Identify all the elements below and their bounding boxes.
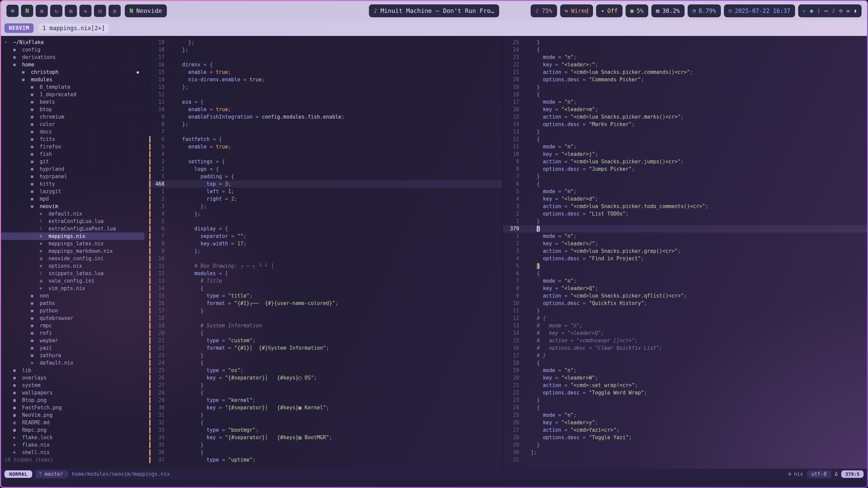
command-line[interactable] — [1, 480, 867, 487]
code-line[interactable]: 7 — [148, 128, 502, 136]
code-line[interactable]: 21 action = "<cmd>lua Snacks.picker.comm… — [503, 68, 867, 76]
workspace-ws3[interactable]: ◉ — [36, 5, 48, 17]
bluetooth-tray-icon[interactable]: ᛒ — [817, 7, 821, 14]
music-player-widget[interactable]: ♪ Minuit Machine – Don't Run Fro… — [369, 4, 499, 17]
code-line[interactable]: 13 # Title — [148, 277, 502, 285]
tree-item[interactable]: ■nnn — [1, 292, 144, 300]
code-line[interactable]: 16 key = "<leader>m"; — [503, 106, 867, 113]
code-line[interactable]: 4 options.desc = "Find in Project"; — [503, 255, 867, 262]
cpu-module[interactable]: ▣5% — [626, 4, 648, 17]
code-line[interactable]: 17 } — [148, 307, 502, 314]
tree-item[interactable]: ■beets — [1, 98, 144, 106]
code-line[interactable]: 23 } — [148, 352, 502, 359]
code-line[interactable]: 24 { — [148, 359, 502, 367]
code-line[interactable]: 12 { — [503, 136, 867, 143]
tree-item[interactable]: ■home — [1, 61, 144, 68]
workspace-ws6[interactable]: ◈ — [79, 5, 92, 17]
code-line[interactable]: 30 ]; — [503, 449, 867, 456]
tree-item[interactable]: ⚙vale_config.ini — [1, 277, 144, 285]
clock-module[interactable]: ◷2025-07-22 16:37 — [724, 4, 795, 17]
tree-item[interactable]: ■derivations — [1, 54, 144, 61]
code-line[interactable]: 19 mode = "n"; — [503, 367, 867, 374]
code-line[interactable]: 15 type = "title"; — [148, 292, 502, 300]
code-line[interactable]: 1 } — [503, 218, 867, 225]
code-line[interactable]: 4 — [148, 150, 502, 158]
code-line[interactable]: 9 action = "<cmd>lua Snacks.pic​ker.qfli… — [503, 292, 867, 300]
code-line[interactable]: 2 right = 2; — [148, 195, 502, 203]
code-line[interactable]: 1 mode = "n"; — [503, 232, 867, 240]
tree-item[interactable]: ■chromium — [1, 113, 144, 121]
app-title-chip[interactable]: N Neovide — [125, 4, 167, 17]
tree-item[interactable]: ❄vim_opts.nix — [1, 285, 144, 292]
code-line[interactable]: 7 mode = "n"; — [503, 277, 867, 285]
code-line[interactable]: 6 { — [503, 180, 867, 188]
code-line[interactable]: 23 mode = "n"; — [503, 54, 867, 61]
code-line[interactable]: 17 — [148, 54, 502, 61]
tree-item[interactable]: ☾extraConfigLuaPost.lua — [1, 225, 144, 232]
code-line[interactable]: 16 format = "{#1}┌── {#}{user-name-color… — [148, 300, 502, 307]
code-line[interactable]: 18 { — [503, 359, 867, 367]
memory-module[interactable]: ▤30.2% — [651, 4, 685, 17]
tree-item[interactable]: ❄shell.nix — [1, 449, 144, 456]
code-line[interactable]: 34 key = "{#separator}│ {#keys}▥ BootMGR… — [148, 434, 502, 441]
tree-item[interactable]: ■fish — [1, 150, 144, 158]
tree-item[interactable]: ■python — [1, 307, 144, 314]
code-line[interactable]: 4 key = "<leader>d"; — [503, 195, 867, 203]
code-line[interactable]: 28 options.desc = "Toggle Yazi"; — [503, 434, 867, 441]
code-line[interactable]: 11 } — [503, 307, 867, 314]
code-line[interactable]: 468 top = 3; — [148, 180, 502, 188]
code-line[interactable]: 8 key.width = 17; — [148, 240, 502, 247]
tree-item[interactable]: ■waybar — [1, 337, 144, 344]
code-line[interactable]: 24 { — [503, 46, 867, 54]
bell-tray-icon[interactable]: ◗ — [854, 7, 857, 14]
code-line[interactable]: 29 } — [503, 441, 867, 449]
code-line[interactable]: 27 action = "<cmd>Yazi<cr>"; — [503, 426, 867, 434]
code-line[interactable]: 19 # System Information — [148, 322, 502, 329]
code-line[interactable]: 33 type = "bootmgr"; — [148, 426, 502, 434]
code-line[interactable]: 10 options.desc = "Quickfix History"; — [503, 300, 867, 307]
code-line[interactable]: 3 action = "<cmd>lua Snacks.picker.todo_… — [503, 203, 867, 210]
code-line[interactable]: 5 mode = "n"; — [503, 188, 867, 195]
tree-item[interactable]: ■mpd — [1, 195, 144, 203]
code-line[interactable]: 26 key = "<leader>y"; — [503, 419, 867, 426]
tree-item[interactable]: ■rofi — [1, 329, 144, 337]
tree-item[interactable]: ■system — [1, 382, 144, 389]
tree-item[interactable]: ▦Btop.png — [1, 396, 144, 404]
code-line[interactable]: 1 padding = { — [148, 173, 502, 180]
tree-item[interactable]: ■0_template — [1, 83, 144, 91]
display-tray-icon[interactable]: ▭ — [825, 7, 828, 14]
tree-item[interactable]: ❄flake.nix — [1, 441, 144, 449]
git-branch[interactable]: ᛘ master — [36, 470, 68, 478]
code-line[interactable]: 22 format = "{#1}│ {#}System Information… — [148, 344, 502, 352]
code-line[interactable]: 1 left = 1; — [148, 188, 502, 195]
code-line[interactable]: 14 options.desc = "Marks Picker"; — [503, 121, 867, 128]
workspace-neovide[interactable]: N — [21, 5, 33, 17]
code-line[interactable]: 32 { — [148, 419, 502, 426]
disk-module[interactable]: ◔8.79% — [688, 4, 721, 17]
code-line[interactable]: 19 } — [503, 83, 867, 91]
code-line[interactable]: 17 # } — [503, 352, 867, 359]
tree-item[interactable]: ❄default.nix — [1, 359, 144, 367]
code-line[interactable]: 14 nix-direnv.enable = true; — [148, 76, 502, 83]
code-line[interactable]: 13 }; — [148, 83, 502, 91]
code-line[interactable]: 18 — [148, 314, 502, 322]
settings-tray-icon[interactable]: ⚙ — [839, 7, 843, 14]
tree-item[interactable]: ■rmpc — [1, 322, 144, 329]
code-line[interactable]: 25 } — [503, 39, 867, 46]
code-line[interactable]: 6 { — [503, 270, 867, 277]
code-line[interactable]: 8 key = "<leader>Q"; — [503, 285, 867, 292]
mail-tray-icon[interactable]: ✉ — [847, 7, 850, 14]
code-line[interactable]: 19 }; — [148, 39, 502, 46]
tree-item[interactable]: ▾~/NixFlake — [1, 39, 144, 46]
code-line[interactable]: 31 — [503, 456, 867, 464]
tree-item[interactable]: ■modules — [1, 76, 144, 83]
code-line[interactable]: 9 enableFishIntegration = config.modules… — [148, 113, 502, 121]
code-line[interactable]: 7 } — [503, 173, 867, 180]
code-line[interactable]: 10 — [148, 255, 502, 262]
code-line[interactable]: 379 { — [503, 225, 867, 232]
workspace-ws8[interactable]: ◍ — [108, 5, 121, 17]
editor-pane-left[interactable]: 19 };18 };1716 direnv = {15 enable = tru… — [148, 36, 502, 469]
tree-item[interactable]: ☾extraConfigLua.lua — [1, 218, 144, 225]
tree-item[interactable]: ■hyprpanel — [1, 173, 144, 180]
code-line[interactable]: 24 { — [503, 404, 867, 411]
